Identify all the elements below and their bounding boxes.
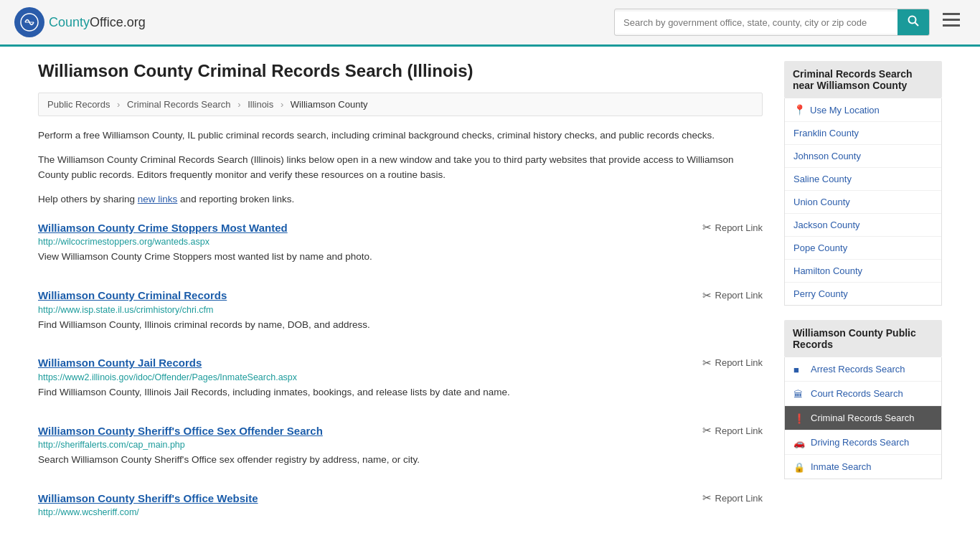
public-record-label: Driving Records Search (811, 437, 909, 448)
use-location-item[interactable]: 📍 Use My Location (785, 98, 941, 122)
public-records-list: ■ Arrest Records Search 🏛 Court Records … (784, 357, 942, 479)
nearby-county-item[interactable]: Union County (785, 191, 941, 214)
result-item: Williamson County Sheriff's Office Websi… (38, 491, 763, 527)
nearby-county-link[interactable]: Jackson County (785, 214, 941, 236)
search-bar (614, 9, 930, 36)
results-container: Williamson County Crime Stoppers Most Wa… (38, 221, 763, 527)
record-icon: 🚗 (793, 438, 805, 448)
report-link[interactable]: ✂ Report Link (702, 424, 763, 437)
public-record-item[interactable]: 🚗 Driving Records Search (785, 430, 941, 455)
report-link[interactable]: ✂ Report Link (702, 357, 763, 369)
county-name: Jackson County (793, 220, 860, 230)
county-name: Saline County (793, 174, 852, 184)
description: Perform a free Williamson County, IL pub… (38, 128, 763, 207)
breadcrumb-public-records[interactable]: Public Records (47, 99, 110, 110)
breadcrumb-illinois[interactable]: Illinois (248, 99, 273, 110)
county-name: Union County (793, 197, 850, 207)
report-link[interactable]: ✂ Report Link (702, 221, 763, 234)
report-label: Report Link (715, 357, 763, 368)
svg-rect-6 (943, 24, 960, 27)
public-record-item[interactable]: ■ Arrest Records Search (785, 357, 941, 382)
result-item: Williamson County Crime Stoppers Most Wa… (38, 221, 763, 271)
county-name: Perry County (793, 288, 848, 299)
new-links-link[interactable]: new links (138, 194, 178, 204)
nearby-county-item[interactable]: Pope County (785, 237, 941, 260)
main-container: Williamson County Criminal Records Searc… (17, 47, 963, 551)
nearby-list: 📍 Use My Location Franklin CountyJohnson… (784, 98, 942, 306)
desc-para1: Perform a free Williamson County, IL pub… (38, 128, 763, 143)
county-name: Johnson County (793, 151, 861, 161)
use-location-link[interactable]: 📍 Use My Location (785, 98, 941, 121)
svg-line-3 (915, 23, 919, 27)
search-button[interactable] (897, 9, 929, 35)
record-icon: ❗ (793, 413, 805, 423)
svg-point-2 (909, 17, 916, 24)
county-name: Pope County (793, 242, 847, 253)
nearby-county-link[interactable]: Union County (785, 191, 941, 213)
result-title-row: Williamson County Criminal Records ✂ Rep… (38, 289, 763, 302)
content-area: Williamson County Criminal Records Searc… (38, 61, 763, 545)
result-title-row: Williamson County Jail Records ✂ Report … (38, 357, 763, 369)
public-record-item[interactable]: 🔒 Inmate Search (785, 455, 941, 479)
report-icon: ✂ (702, 491, 712, 504)
result-title-link[interactable]: Williamson County Jail Records (38, 357, 202, 369)
nearby-county-link[interactable]: Saline County (785, 168, 941, 190)
public-record-link[interactable]: 🏛 Court Records Search (785, 382, 941, 405)
svg-rect-4 (943, 13, 960, 15)
result-desc: Search Williamson County Sheriff's Offic… (38, 453, 763, 467)
report-label: Report Link (715, 222, 763, 233)
public-record-link[interactable]: 🚗 Driving Records Search (785, 430, 941, 454)
result-url[interactable]: http://www.wcsheriff.com/ (38, 507, 763, 517)
result-title-link[interactable]: Williamson County Sheriff's Office Sex O… (38, 425, 323, 437)
report-link[interactable]: ✂ Report Link (702, 289, 763, 302)
nearby-county-item[interactable]: Saline County (785, 168, 941, 191)
svg-rect-5 (943, 19, 960, 21)
nearby-county-link[interactable]: Franklin County (785, 122, 941, 144)
report-link[interactable]: ✂ Report Link (702, 491, 763, 504)
nearby-county-item[interactable]: Perry County (785, 283, 941, 305)
result-url[interactable]: https://www2.illinois.gov/idoc/Offender/… (38, 372, 763, 382)
location-pin-icon: 📍 (793, 104, 806, 116)
result-title-link[interactable]: Williamson County Sheriff's Office Websi… (38, 492, 258, 504)
result-desc: View Williamson County Crime Stoppers mo… (38, 250, 763, 264)
result-url[interactable]: http://sheriffalerts.com/cap_main.php (38, 440, 763, 450)
report-icon: ✂ (702, 424, 712, 437)
public-record-link[interactable]: 🔒 Inmate Search (785, 455, 941, 479)
public-records-section: Williamson County Public Records ■ Arres… (784, 320, 942, 479)
report-icon: ✂ (702, 289, 712, 302)
nearby-county-link[interactable]: Johnson County (785, 145, 941, 167)
nearby-county-item[interactable]: Johnson County (785, 145, 941, 168)
nearby-county-link[interactable]: Pope County (785, 237, 941, 259)
public-record-label: Inmate Search (811, 461, 872, 472)
nearby-county-link[interactable]: Hamilton County (785, 260, 941, 282)
public-record-label: Arrest Records Search (811, 364, 905, 375)
result-title-row: Williamson County Crime Stoppers Most Wa… (38, 221, 763, 234)
logo-text: CountyOffice.org (49, 15, 146, 30)
use-location-label: Use My Location (810, 105, 880, 116)
public-record-link[interactable]: ■ Arrest Records Search (785, 357, 941, 381)
nearby-heading: Criminal Records Search near Williamson … (784, 61, 942, 98)
sidebar: Criminal Records Search near Williamson … (784, 61, 942, 545)
search-input[interactable] (615, 11, 897, 34)
logo-area: CountyOffice.org (14, 7, 146, 37)
record-icon: 🏛 (793, 389, 805, 399)
result-title-link[interactable]: Williamson County Crime Stoppers Most Wa… (38, 222, 288, 234)
report-icon: ✂ (702, 357, 712, 369)
result-desc: Find Williamson County, Illinois Jail Re… (38, 385, 763, 400)
nearby-county-link[interactable]: Perry County (785, 283, 941, 305)
nearby-county-item[interactable]: Franklin County (785, 122, 941, 145)
public-record-item[interactable]: 🏛 Court Records Search (785, 382, 941, 406)
public-record-link[interactable]: ❗ Criminal Records Search (785, 406, 941, 430)
menu-button[interactable] (937, 10, 966, 34)
desc-para3: Help others by sharing new links and rep… (38, 192, 763, 207)
result-url[interactable]: http://www.isp.state.il.us/crimhistory/c… (38, 305, 763, 315)
county-name: Franklin County (793, 128, 859, 138)
public-record-item[interactable]: ❗ Criminal Records Search (785, 406, 941, 430)
result-title-link[interactable]: Williamson County Criminal Records (38, 289, 227, 301)
nearby-county-item[interactable]: Hamilton County (785, 260, 941, 283)
result-url[interactable]: http://wilcocrimestoppers.org/wanteds.as… (38, 237, 763, 247)
breadcrumb-criminal-records[interactable]: Criminal Records Search (127, 99, 231, 110)
record-icon: ■ (793, 364, 805, 375)
page-title: Williamson County Criminal Records Searc… (38, 61, 763, 81)
nearby-county-item[interactable]: Jackson County (785, 214, 941, 237)
